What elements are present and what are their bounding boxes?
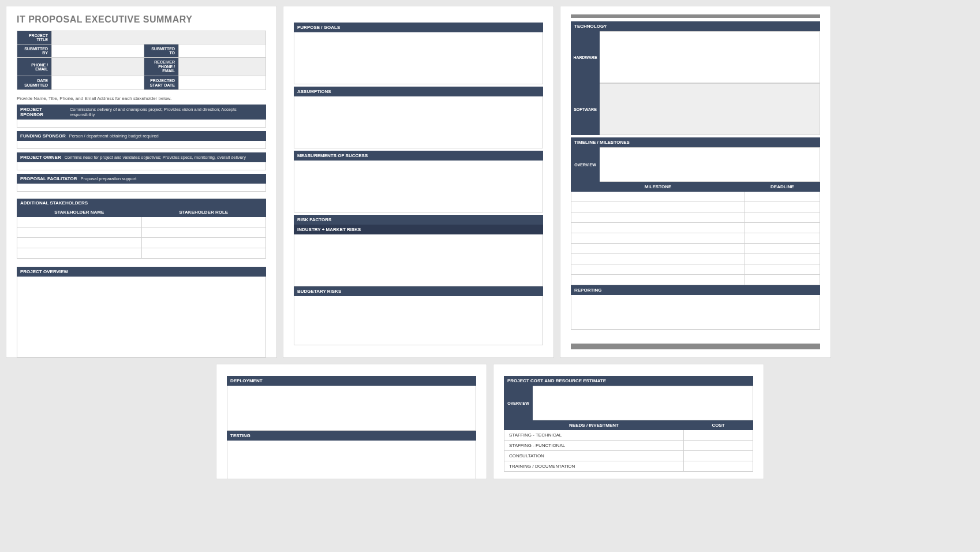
hardware-row: HARDWARE [571, 31, 820, 83]
measurements-header: MEASUREMENTS OF SUCCESS [294, 151, 543, 161]
cost-row-label: TRAINING / DOCUMENTATION [504, 461, 684, 472]
table-cell[interactable] [571, 244, 745, 254]
table-cell[interactable] [571, 223, 745, 233]
assumptions-box[interactable] [294, 96, 543, 148]
table-cell[interactable] [745, 254, 820, 264]
cell-projected-start[interactable] [179, 76, 266, 90]
timeline-overview-row: OVERVIEW [571, 147, 820, 182]
grey-topbar [571, 14, 820, 18]
role-input[interactable] [17, 141, 266, 149]
table-cell[interactable] [571, 275, 745, 285]
cell-submitted-to[interactable] [179, 44, 266, 58]
measurements-box[interactable] [294, 161, 543, 212]
table-cell[interactable] [141, 217, 266, 227]
label-project-title: PROJECT TITLE [17, 31, 52, 44]
software-box[interactable] [600, 83, 820, 135]
label-date-submitted: DATE SUBMITTED [17, 76, 52, 90]
role-label: PROJECT SPONSOR [20, 107, 66, 117]
technology-header: TECHNOLOGY [571, 21, 820, 31]
cell-phone-email[interactable] [52, 58, 144, 76]
table-cell[interactable] [17, 238, 142, 248]
table-cell[interactable] [141, 238, 266, 248]
label-submitted-by: SUBMITTED BY [17, 44, 52, 58]
milestone-table: MILESTONE DEADLINE [571, 182, 820, 285]
table-cell[interactable] [571, 192, 745, 202]
additional-stakeholders-header: ADDITIONAL STAKEHOLDERS [17, 199, 266, 207]
deployment-header: DEPLOYMENT [227, 376, 476, 386]
page-5: PROJECT COST AND RESOURCE ESTIMATE OVERV… [493, 364, 764, 479]
table-cell[interactable] [745, 244, 820, 254]
role-input[interactable] [17, 162, 266, 170]
cost-overview-box[interactable] [533, 386, 753, 420]
table-cell[interactable] [745, 202, 820, 212]
table-cell[interactable] [571, 202, 745, 212]
budgetary-header: BUDGETARY RISKS [294, 286, 543, 296]
role-desc: Proposal preparation support [81, 176, 137, 181]
th-cost: COST [684, 421, 753, 430]
risk-factors-header: RISK FACTORS [294, 215, 543, 225]
label-submitted-to: SUBMITTED TO [144, 44, 179, 58]
label-phone-email: PHONE / EMAIL [17, 58, 52, 76]
role-header: PROJECT SPONSORCommissions delivery of a… [17, 105, 266, 120]
role-input[interactable] [17, 184, 266, 192]
page-3: TECHNOLOGY HARDWARE SOFTWARE TIMELINE / … [560, 6, 831, 358]
th-deadline: DEADLINE [745, 182, 820, 192]
cost-row-label: CONSULTATION [504, 451, 684, 461]
budgetary-box[interactable] [294, 296, 543, 345]
page-1: IT PROPOSAL EXECUTIVE SUMMARY PROJECT TI… [6, 6, 277, 358]
hardware-box[interactable] [600, 31, 820, 83]
testing-box[interactable] [227, 441, 476, 479]
project-cost-header: PROJECT COST AND RESOURCE ESTIMATE [504, 376, 753, 386]
label-receiver-phone-email: RECEIVER PHONE / EMAIL [144, 58, 179, 76]
table-cell[interactable] [745, 275, 820, 285]
table-cell[interactable] [745, 192, 820, 202]
role-header: PROPOSAL FACILITATORProposal preparation… [17, 174, 266, 184]
cost-row-value[interactable] [684, 430, 753, 441]
timeline-overview-box[interactable] [600, 147, 820, 182]
table-cell[interactable] [571, 233, 745, 244]
table-cell[interactable] [571, 212, 745, 223]
table-cell[interactable] [571, 264, 745, 275]
role-header: PROJECT OWNERConfirms need for project a… [17, 152, 266, 162]
reporting-header: REPORTING [571, 285, 820, 295]
table-cell[interactable] [571, 254, 745, 264]
purpose-goals-header: PURPOSE / GOALS [294, 23, 543, 32]
cell-date-submitted[interactable] [52, 76, 144, 90]
assumptions-header: ASSUMPTIONS [294, 87, 543, 96]
th-milestone: MILESTONE [571, 182, 745, 192]
cost-row-label: STAFFING - FUNCTIONAL [504, 441, 684, 451]
project-overview-box[interactable] [17, 277, 266, 357]
cell-project-title[interactable] [52, 31, 266, 44]
stakeholders-table: STAKEHOLDER NAME STAKEHOLDER ROLE [17, 207, 266, 259]
table-cell[interactable] [17, 217, 142, 227]
project-meta-table: PROJECT TITLE SUBMITTED BY SUBMITTED TO … [17, 31, 266, 90]
table-cell[interactable] [141, 227, 266, 238]
page-4: DEPLOYMENT TESTING [216, 364, 487, 479]
cost-row-value[interactable] [684, 451, 753, 461]
th-stakeholder-name: STAKEHOLDER NAME [17, 208, 142, 217]
timeline-header: TIMELINE / MILESTONES [571, 137, 820, 147]
cell-submitted-by[interactable] [52, 44, 144, 58]
purpose-goals-box[interactable] [294, 32, 543, 84]
cost-row-value[interactable] [684, 441, 753, 451]
label-projected-start: PROJECTED START DATE [144, 76, 179, 90]
table-cell[interactable] [745, 223, 820, 233]
table-cell[interactable] [745, 264, 820, 275]
role-desc: Commissions delivery of and champions pr… [70, 107, 263, 117]
th-stakeholder-role: STAKEHOLDER ROLE [141, 208, 266, 217]
reporting-box[interactable] [571, 295, 820, 330]
page-2: PURPOSE / GOALS ASSUMPTIONS MEASUREMENTS… [283, 6, 554, 358]
role-label: FUNDING SPONSOR [20, 133, 66, 139]
cost-row-value[interactable] [684, 461, 753, 472]
table-cell[interactable] [17, 227, 142, 238]
cost-overview-row: OVERVIEW [504, 386, 753, 420]
table-cell[interactable] [745, 233, 820, 244]
table-cell[interactable] [141, 248, 266, 259]
cell-receiver-phone-email[interactable] [179, 58, 266, 76]
table-cell[interactable] [17, 248, 142, 259]
table-cell[interactable] [745, 212, 820, 223]
role-input[interactable] [17, 120, 266, 128]
role-label: PROPOSAL FACILITATOR [20, 176, 77, 181]
industry-market-box[interactable] [294, 234, 543, 286]
deployment-box[interactable] [227, 386, 476, 431]
